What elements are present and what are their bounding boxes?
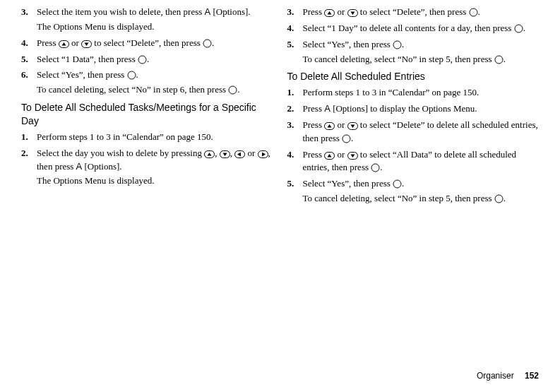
step-number: 4.	[287, 22, 294, 35]
center-icon	[494, 194, 504, 203]
list-item: 4. Select “1 Day” to delete all contents…	[287, 22, 540, 35]
list-item: 4. Press or to select “All Data” to dele…	[287, 148, 540, 175]
step-number: 1.	[21, 131, 28, 144]
step-text: Select “1 Data”, then press	[37, 54, 138, 64]
softkey-a: A	[76, 161, 83, 172]
list-item: 5. Select “1 Data”, then press .	[21, 53, 273, 66]
list-item: 3. Press or to select “Delete” to delete…	[287, 119, 540, 145]
step-sub: The Options Menu is displayed.	[37, 174, 273, 188]
left-icon	[234, 150, 245, 158]
step-text: .	[136, 69, 138, 80]
down-icon	[220, 150, 230, 158]
center-icon	[514, 24, 523, 33]
center-icon	[469, 8, 478, 17]
step-number: 3.	[287, 119, 294, 132]
list-item: 5. Select “Yes”, then press . To cancel …	[287, 38, 540, 66]
step-text: to select “Delete”, then press	[358, 6, 469, 17]
step-number: 2.	[21, 147, 28, 160]
step-text: or	[245, 148, 257, 158]
right-column: 3. Press or to select “Delete”, then pre…	[280, 3, 547, 208]
step-sub: The Options Menu is displayed.	[37, 20, 273, 34]
list-item: 5. Select “Yes”, then press . To cancel …	[287, 177, 540, 206]
center-icon	[127, 71, 136, 80]
step-text: .	[523, 23, 525, 33]
softkey-a: A	[324, 103, 330, 114]
step-text: or	[335, 119, 347, 130]
step-sub-text: To cancel deleting, select “No” in step …	[37, 84, 228, 95]
step-text: [Options] to display the Options Menu.	[330, 103, 477, 114]
step-sub-text: To cancel deleting, select “No” in step …	[303, 193, 494, 203]
step-text: [Options].	[210, 6, 250, 17]
down-icon	[347, 9, 358, 17]
step-text: Press	[37, 37, 59, 48]
center-icon	[494, 55, 504, 64]
step-text: .	[402, 178, 404, 189]
up-icon	[59, 40, 69, 48]
softkey-a: A	[205, 6, 211, 17]
right-icon	[258, 150, 268, 158]
center-icon	[393, 179, 402, 189]
up-icon	[204, 150, 215, 158]
center-icon	[393, 40, 402, 49]
step-number: 3.	[21, 6, 28, 19]
center-icon	[371, 163, 380, 172]
step-text: Select “Yes”, then press	[37, 69, 127, 80]
step-text: Select “1 Day” to delete all contents fo…	[303, 23, 514, 33]
left-column: 3. Select the item you wish to delete, t…	[14, 3, 280, 208]
step-text: Press	[303, 149, 325, 160]
step-text: or	[69, 37, 81, 48]
step-number: 1.	[287, 86, 294, 100]
section-heading: To Delete All Scheduled Entries	[287, 70, 540, 83]
up-icon	[324, 9, 335, 17]
center-icon	[138, 55, 147, 64]
center-icon	[342, 134, 351, 143]
step-sub-text: .	[237, 84, 239, 95]
list-item: 3. Select the item you wish to delete, t…	[21, 6, 273, 34]
content-columns: 3. Select the item you wish to delete, t…	[0, 0, 560, 208]
step-text: Select “Yes”, then press	[303, 39, 393, 49]
up-icon	[324, 122, 335, 130]
step-number: 5.	[287, 177, 294, 191]
step-text: Press	[303, 119, 325, 130]
step-text: Select the day you wish to delete by pre…	[37, 148, 204, 158]
step-text: Perform steps 1 to 3 in “Calendar” on pa…	[37, 131, 213, 142]
step-number: 4.	[287, 148, 294, 162]
list-item: 4. Press or to select “Delete”, then pre…	[21, 37, 273, 50]
step-sub-text: To cancel deleting, select “No” in step …	[303, 54, 494, 64]
step-text: Select “Yes”, then press	[303, 178, 393, 189]
down-icon	[347, 152, 358, 160]
step-text: [Options].	[82, 161, 121, 172]
footer-section: Organiser	[477, 371, 514, 381]
step-number: 5.	[287, 38, 294, 52]
step-text: .	[402, 39, 404, 49]
step-number: 6.	[21, 69, 28, 82]
step-text: Select the item you wish to delete, then…	[37, 6, 205, 17]
center-icon	[228, 85, 237, 95]
list-item: 3. Press or to select “Delete”, then pre…	[287, 6, 540, 19]
step-sub: To cancel deleting, select “No” in step …	[303, 53, 540, 66]
list-item: 1. Perform steps 1 to 3 in “Calendar” on…	[287, 86, 540, 100]
list-item: 2. Press A [Options] to display the Opti…	[287, 102, 540, 116]
step-number: 3.	[287, 6, 294, 19]
step-text: or	[335, 149, 347, 160]
step-text: .	[212, 37, 214, 48]
step-sub-text: .	[504, 193, 506, 203]
step-number: 2.	[287, 102, 294, 116]
section-heading: To Delete All Scheduled Tasks/Meetings f…	[21, 101, 273, 128]
step-text: Press	[303, 6, 325, 17]
down-icon	[81, 40, 92, 48]
step-text: .	[380, 162, 382, 172]
footer-page-number: 152	[525, 371, 539, 381]
step-sub-text: .	[504, 54, 506, 64]
list-item: 1. Perform steps 1 to 3 in “Calendar” on…	[21, 131, 273, 144]
step-sub: To cancel deleting, select “No” in step …	[303, 192, 540, 206]
list-item: 2. Select the day you wish to delete by …	[21, 147, 273, 189]
page-footer: Organiser 152	[477, 371, 539, 381]
step-text: .	[478, 6, 480, 17]
step-number: 4.	[21, 37, 28, 50]
step-text: Perform steps 1 to 3 in “Calendar” on pa…	[303, 87, 479, 97]
step-text: or	[335, 6, 347, 17]
step-text: .	[351, 133, 353, 143]
up-icon	[324, 152, 335, 160]
step-text: .	[147, 54, 149, 64]
